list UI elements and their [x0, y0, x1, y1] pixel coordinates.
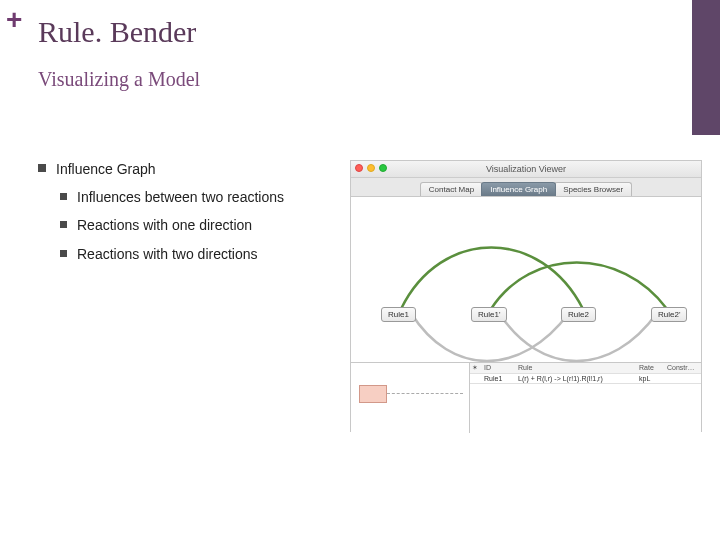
square-bullet-icon [38, 164, 46, 172]
tabbar: Contact Map Influence Graph Species Brow… [351, 178, 701, 197]
graph-node-rule2p[interactable]: Rule2' [651, 307, 687, 322]
table-row[interactable]: Rule1 L(r) + R(l,r) -> L(r!1).R(l!1,r) k… [470, 374, 701, 384]
square-bullet-icon [60, 250, 67, 257]
graph-node-rule1p[interactable]: Rule1' [471, 307, 507, 322]
visualization-viewer-window: Visualization Viewer Contact Map Influen… [350, 160, 702, 432]
square-bullet-icon [60, 193, 67, 200]
list-item: Reactions with two directions [60, 245, 338, 263]
col-star: ✶ [472, 364, 484, 372]
list-item: Influences between two reactions [60, 188, 338, 206]
accent-stripe [692, 0, 720, 135]
bullet-text: Influence Graph [56, 160, 156, 178]
minimap-viewport[interactable] [359, 385, 387, 403]
cell-rule: L(r) + R(l,r) -> L(r!1).R(l!1,r) [518, 375, 639, 382]
minimize-icon[interactable] [367, 164, 375, 172]
minimap-panel[interactable] [351, 363, 470, 433]
window-controls [355, 164, 387, 172]
minimap-line [387, 393, 463, 394]
bullet-text: Reactions with two directions [77, 245, 258, 263]
influence-edges [351, 197, 703, 362]
window-title: Visualization Viewer [351, 161, 701, 177]
cell-id: Rule1 [484, 375, 518, 382]
square-bullet-icon [60, 221, 67, 228]
col-constr: Constr… [667, 364, 699, 372]
list-item: Influence Graph [38, 160, 338, 178]
graph-node-rule2[interactable]: Rule2 [561, 307, 596, 322]
col-rule: Rule [518, 364, 639, 372]
col-id: ID [484, 364, 518, 372]
slide-title: Rule. Bender [38, 15, 196, 49]
cell-constr [667, 375, 699, 382]
rules-table: ✶ ID Rule Rate Constr… Rule1 L(r) + R(l,… [470, 363, 701, 433]
table-header: ✶ ID Rule Rate Constr… [470, 363, 701, 374]
slide-subtitle: Visualizing a Model [38, 68, 200, 91]
bullet-text: Influences between two reactions [77, 188, 284, 206]
list-item: Reactions with one direction [60, 216, 338, 234]
plus-accent-icon: + [6, 4, 22, 36]
cell-star [472, 375, 484, 382]
window-titlebar: Visualization Viewer [351, 161, 701, 178]
tab-influence-graph[interactable]: Influence Graph [481, 182, 556, 196]
bullet-text: Reactions with one direction [77, 216, 252, 234]
bullet-content: Influence Graph Influences between two r… [38, 160, 338, 273]
zoom-icon[interactable] [379, 164, 387, 172]
close-icon[interactable] [355, 164, 363, 172]
bottom-panel: ✶ ID Rule Rate Constr… Rule1 L(r) + R(l,… [351, 362, 701, 433]
graph-canvas[interactable]: Rule1 Rule1' Rule2 Rule2' [351, 197, 701, 362]
cell-rate: kpL [639, 375, 667, 382]
tab-contact-map[interactable]: Contact Map [420, 182, 483, 196]
col-rate: Rate [639, 364, 667, 372]
graph-node-rule1[interactable]: Rule1 [381, 307, 416, 322]
tab-species-browser[interactable]: Species Browser [554, 182, 632, 196]
